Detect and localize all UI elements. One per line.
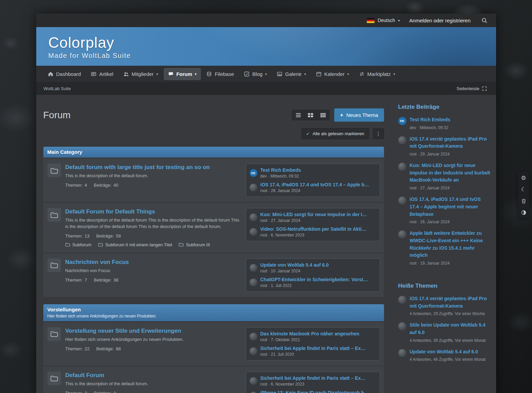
forum-title-link[interactable]: Default Forum for Default Things xyxy=(65,208,155,215)
sidebar-post-link[interactable]: iOS 17.4 verrät geplantes iPad Pro mit Q… xyxy=(410,295,491,310)
language-selector[interactable]: Deutsch ▾ xyxy=(367,18,400,23)
avatar[interactable] xyxy=(398,163,406,171)
site-header[interactable]: Colorplay Made for WoltLab Suite xyxy=(36,27,496,66)
avatar[interactable] xyxy=(250,392,257,393)
nav-label: Mitglieder xyxy=(132,71,154,77)
avatar[interactable] xyxy=(250,184,257,191)
forum-folder-icon[interactable] xyxy=(47,372,61,385)
nav-item-artikel[interactable]: Artikel xyxy=(87,68,118,80)
login-register-link[interactable]: Anmelden oder registrieren xyxy=(409,18,471,23)
avatar[interactable] xyxy=(250,333,257,340)
sidebar-post-link[interactable]: iOS 17.4, iPadOS 17.4 und tvOS 17.4 – Ap… xyxy=(410,196,491,218)
nav-item-blog[interactable]: Blog ▾ xyxy=(240,68,271,80)
latest-post-item[interactable]: DE Test Rich Embeds dev · Mittwoch, 09:3… xyxy=(398,116,491,131)
dark-mode-button[interactable]: ☾ xyxy=(518,184,529,195)
sidebar-toggle-button[interactable]: Seitenleiste xyxy=(454,86,488,91)
avatar[interactable] xyxy=(398,322,406,330)
breadcrumb-item[interactable]: WoltLab Suite xyxy=(44,86,71,91)
style-switcher-button[interactable] xyxy=(518,207,529,218)
forum-folder-icon[interactable] xyxy=(47,327,61,341)
avatar[interactable]: DE xyxy=(398,117,406,125)
post-title-link[interactable]: ChatGPT-Entwickler in Schwierigkeiten: V… xyxy=(260,277,376,282)
avatar[interactable] xyxy=(398,230,406,239)
post-title-link[interactable]: Video: SOS-Notruffunktion per Satellit i… xyxy=(260,226,376,232)
last-post-item[interactable]: Video: SOS-Notruffunktion per Satellit i… xyxy=(250,226,376,237)
avatar[interactable] xyxy=(250,264,257,272)
hot-topic-item[interactable]: iOS 17.4 verrät geplantes iPad Pro mit Q… xyxy=(398,295,491,317)
sidebar-post-link[interactable]: iOS 17.4 verrät geplantes iPad Pro mit Q… xyxy=(410,136,491,150)
nav-item-filebase[interactable]: Filebase xyxy=(202,68,238,80)
forum-title-link[interactable]: Default forum with large title just for … xyxy=(65,164,210,171)
sidebar-post-link[interactable]: Apple lädt weitere Entwickler zu WWDC-Li… xyxy=(410,230,491,259)
nav-item-mitglieder[interactable]: Mitglieder ▾ xyxy=(119,68,163,80)
trash-button[interactable] xyxy=(518,195,529,207)
settings-button[interactable]: ⚙ xyxy=(518,172,529,184)
mark-all-read-button[interactable]: ✓ Alle als gelesen markieren xyxy=(301,128,369,139)
avatar[interactable]: DE xyxy=(250,169,257,177)
last-post-item[interactable]: Sicherheit bei Apple findet in Paris sta… xyxy=(250,375,376,387)
latest-post-item[interactable]: iOS 17.4, iPadOS 17.4 und tvOS 17.4 – Ap… xyxy=(398,196,491,225)
folder-icon xyxy=(179,243,184,247)
category-header[interactable]: Main Category xyxy=(43,147,384,158)
avatar[interactable] xyxy=(398,136,406,144)
category-header[interactable]: Vorstellungen Hier finden sich unsere An… xyxy=(43,304,384,321)
forum-folder-icon[interactable] xyxy=(47,164,61,177)
new-topic-button[interactable]: + Neues Thema xyxy=(334,108,384,122)
last-post-item[interactable]: Das kleinste Macbook Pro näher angesehen… xyxy=(250,331,376,342)
grid-view-button[interactable] xyxy=(317,110,329,120)
forum-title-link[interactable]: Vorstellung neuer Stile und Erweiterunge… xyxy=(65,328,182,334)
last-post-item[interactable]: Update von Woltlab 5.4 auf 6.0 root · 10… xyxy=(250,262,376,273)
post-title-link[interactable]: Test Rich Embeds xyxy=(260,167,376,173)
nav-item-dashboard[interactable]: Dashboard xyxy=(44,68,85,80)
post-title-link[interactable]: Kuo: Mini-LED sorgt für neue Impulse in … xyxy=(260,212,376,217)
sidebar-post-link[interactable]: Update von Woltlab 5.4 auf 6.0 xyxy=(410,348,491,356)
avatar[interactable] xyxy=(250,377,257,385)
nav-item-galerie[interactable]: Galerie ▾ xyxy=(273,68,310,80)
board-view-button[interactable] xyxy=(304,110,317,120)
post-title-link[interactable]: Sicherheit bei Apple findet in Paris sta… xyxy=(260,375,376,381)
last-post-item[interactable]: iPhone 13: Kein Face ID nach Displaytaus… xyxy=(250,390,376,393)
last-post-item[interactable]: DE Test Rich Embeds dev · Mittwoch, 09:3… xyxy=(250,167,376,179)
avatar[interactable] xyxy=(398,196,406,205)
post-title-link[interactable]: Update von Woltlab 5.4 auf 6.0 xyxy=(260,262,376,268)
hot-topic-item[interactable]: Update von Woltlab 5.4 auf 6.0 4 Antwort… xyxy=(398,348,491,363)
last-posts-box: Das kleinste Macbook Pro näher angesehen… xyxy=(246,327,380,360)
last-post-item[interactable]: ChatGPT-Entwickler in Schwierigkeiten: V… xyxy=(250,277,376,288)
more-options-button[interactable]: ⋮ xyxy=(373,128,384,139)
list-view-button[interactable] xyxy=(292,110,304,120)
avatar[interactable] xyxy=(398,296,406,304)
last-post-item[interactable]: iOS 17.4, iPadOS 17.4 und tvOS 17.4 – Ap… xyxy=(250,182,376,193)
forum-title-link[interactable]: Nachrichten von Focus xyxy=(65,259,129,266)
post-title-link[interactable]: Sicherheit bei Apple findet in Paris sta… xyxy=(260,346,376,351)
nav-item-kalender[interactable]: Kalender ▾ xyxy=(312,68,354,80)
avatar[interactable] xyxy=(250,347,257,355)
avatar[interactable] xyxy=(250,278,257,286)
subforum-link[interactable]: Subforum III xyxy=(179,242,210,247)
site-logo[interactable]: Colorplay xyxy=(48,35,496,51)
sidebar-post-link[interactable]: Test Rich Embeds xyxy=(410,116,491,124)
forum-title-link[interactable]: Default Forum xyxy=(65,372,104,379)
sidebar-post-link[interactable]: Stile beim Update von Woltlab 5.4 auf 6.… xyxy=(410,322,491,336)
last-post-item[interactable]: Sicherheit bei Apple findet in Paris sta… xyxy=(250,346,376,357)
post-title-link[interactable]: iPhone 13: Kein Face ID nach Displaytaus… xyxy=(260,390,376,393)
forum-folder-icon[interactable] xyxy=(47,208,61,222)
hot-topic-item[interactable]: Stile beim Update von Woltlab 5.4 auf 6.… xyxy=(398,322,491,343)
latest-post-item[interactable]: iOS 17.4 verrät geplantes iPad Pro mit Q… xyxy=(398,136,491,157)
latest-post-item[interactable]: Apple lädt weitere Entwickler zu WWDC-Li… xyxy=(398,230,491,266)
forum-folder-icon[interactable] xyxy=(47,258,61,272)
post-title-link[interactable]: Das kleinste Macbook Pro näher angesehen xyxy=(260,331,376,336)
avatar[interactable] xyxy=(398,349,406,357)
avatar[interactable] xyxy=(250,228,257,236)
latest-post-item[interactable]: Kuo: Mini-LED sorgt für neue Impulse in … xyxy=(398,162,491,191)
subforum-link[interactable]: Subforum II mit einem langen Titel xyxy=(98,242,172,247)
sidebar-post-link[interactable]: Kuo: Mini-LED sorgt für neue Impulse in … xyxy=(410,162,491,184)
last-post-item[interactable]: Kuo: Mini-LED sorgt für neue Impulse in … xyxy=(250,212,376,223)
chevron-down-icon: ▾ xyxy=(347,72,349,76)
post-title-link[interactable]: iOS 17.4, iPadOS 17.4 und tvOS 17.4 – Ap… xyxy=(260,182,376,187)
board-view-icon xyxy=(308,113,313,118)
avatar[interactable] xyxy=(250,213,257,221)
nav-item-marktplatz[interactable]: Marktplatz ▾ xyxy=(355,68,400,80)
subforum-link[interactable]: Subforum xyxy=(65,242,91,247)
search-button[interactable] xyxy=(480,16,489,25)
nav-item-forum[interactable]: Forum ▾ xyxy=(164,68,201,80)
